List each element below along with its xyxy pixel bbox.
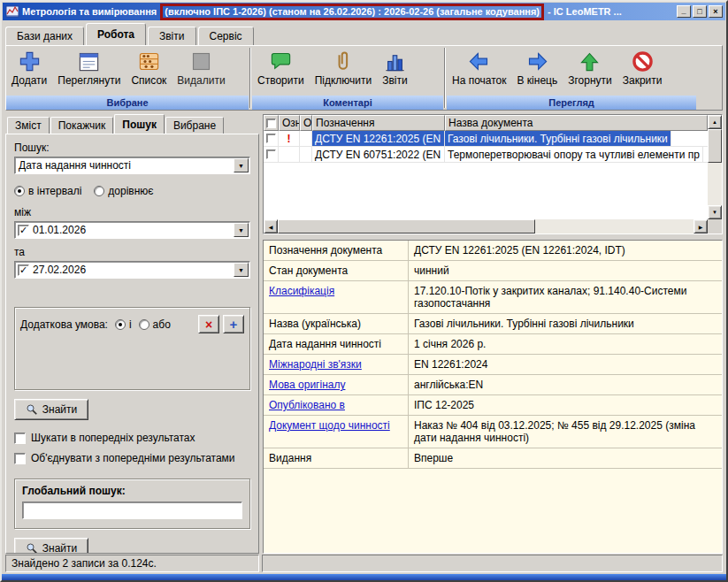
detail-label: Позначення документа: [264, 241, 409, 260]
extra-condition-box: Додаткова умова: і або × +: [14, 307, 250, 390]
toolbar-caption-comments: Коментарі: [252, 96, 443, 110]
scroll-left-button[interactable]: ◀: [264, 219, 278, 234]
result-row-2[interactable]: ДСТУ EN 60751:2022 (EN Термоперетворювач…: [264, 147, 708, 163]
chevron-down-icon[interactable]: ▼: [234, 263, 249, 277]
arrow-up-icon: [578, 50, 602, 73]
header-select-all[interactable]: [264, 115, 279, 131]
results-vertical-scrollbar[interactable]: ▲ ▼: [708, 115, 722, 219]
tab-service[interactable]: Сервіс: [198, 27, 254, 45]
extra-condition-label: Додаткова умова:: [20, 318, 108, 331]
find-button[interactable]: Знайти: [14, 399, 88, 420]
column-header-name[interactable]: Назва документа: [445, 115, 708, 131]
go-first-button[interactable]: На початок: [447, 46, 512, 96]
detail-row: Дата надання чинності 1 січня 2026 р.: [264, 334, 722, 355]
search-previous-label: Шукати в попередніх результатах: [31, 432, 195, 444]
interval-radio[interactable]: [14, 186, 25, 196]
select-all-checkbox[interactable]: [266, 119, 276, 128]
column-header-ozn[interactable]: Озн: [279, 115, 300, 131]
attach-button[interactable]: Підключити: [310, 46, 378, 96]
detail-row: Документ щодо чинності Наказ № 404 від 0…: [264, 416, 722, 448]
add-condition-button[interactable]: +: [223, 315, 244, 333]
results-horizontal-scrollbar[interactable]: ◀ ▶: [264, 219, 708, 234]
date-from-combobox[interactable]: ✓ 01.01.2026 ▼: [14, 221, 250, 239]
row-checkbox[interactable]: [266, 134, 276, 143]
tab-search[interactable]: Пошук: [114, 114, 165, 134]
arrow-down-icon: ▼: [712, 210, 717, 215]
scroll-down-button[interactable]: ▼: [708, 205, 722, 219]
date-from-checkbox[interactable]: ✓: [18, 225, 29, 236]
minimize-button[interactable]: _: [677, 5, 691, 18]
chevron-down-icon[interactable]: ▼: [234, 158, 249, 172]
detail-value: 1 січня 2026 р.: [409, 334, 722, 354]
row-checkbox[interactable]: [266, 149, 276, 159]
tab-work[interactable]: Робота: [86, 23, 146, 45]
tab-databases[interactable]: Бази даних: [5, 27, 84, 45]
arrow-right-icon: ▶: [699, 224, 703, 230]
scrollbar-track[interactable]: [278, 219, 694, 234]
app-icon: [5, 4, 19, 19]
results-empty-area: [264, 163, 708, 219]
detail-row: Видання Вперше: [264, 448, 722, 469]
go-last-button[interactable]: В кінець: [512, 46, 563, 96]
scrollbar-track[interactable]: [708, 129, 722, 205]
published-in-link[interactable]: Опубліковано в: [264, 395, 409, 415]
date-to-checkbox[interactable]: ✓: [18, 264, 29, 276]
tab-reports[interactable]: Звіти: [148, 27, 196, 45]
scrollbar-thumb[interactable]: [278, 219, 535, 234]
tab-contents[interactable]: Зміст: [7, 117, 50, 134]
comment-bubble-icon: [269, 50, 293, 73]
arrow-left-icon: ◀: [269, 224, 273, 230]
and-radio[interactable]: [115, 319, 126, 330]
main-tabbar: Бази даних Робота Звіти Сервіс: [5, 23, 256, 45]
original-language-link[interactable]: Мова оригіналу: [264, 375, 409, 394]
equals-radio[interactable]: [94, 186, 104, 196]
list-button[interactable]: Список: [126, 46, 172, 96]
tab-index[interactable]: Покажчик: [50, 117, 114, 134]
equals-radio-label: дорівнює: [108, 185, 153, 197]
toolbar-separator: [249, 48, 251, 108]
global-find-button[interactable]: Знайти: [14, 538, 88, 554]
column-header-oz[interactable]: Оз: [300, 115, 312, 131]
search-field-combobox[interactable]: Дата надання чинності ▼: [14, 157, 250, 174]
detail-value: чинний: [409, 261, 722, 280]
arrow-up-icon: ▲: [712, 119, 717, 125]
merge-previous-checkbox[interactable]: [14, 453, 26, 464]
column-header-designation[interactable]: Позначення: [312, 115, 445, 131]
scroll-up-button[interactable]: ▲: [708, 115, 722, 129]
collapse-button[interactable]: Згорнути: [563, 46, 617, 96]
comment-reports-button[interactable]: Звіти: [377, 46, 413, 96]
bottom-blue-strip: [2, 574, 726, 580]
view-button[interactable]: Переглянути: [52, 46, 126, 96]
remove-icon: ×: [205, 318, 212, 332]
no-entry-icon: [631, 50, 655, 73]
tab-favorites[interactable]: Вибране: [165, 117, 224, 134]
remove-condition-button[interactable]: ×: [198, 315, 219, 333]
search-previous-checkbox[interactable]: [14, 433, 26, 444]
abacus-icon: [137, 50, 161, 73]
scrollbar-thumb[interactable]: [708, 129, 722, 163]
result-name: Газові лічильники. Турбінні газові лічил…: [445, 131, 671, 146]
or-radio[interactable]: [139, 319, 149, 330]
toolbar-group-view: На початок В кінець Згорнути Закрити Пер…: [447, 46, 696, 110]
global-search-input[interactable]: [22, 502, 242, 519]
classification-link[interactable]: Класифікація: [264, 281, 409, 313]
scroll-right-button[interactable]: ▶: [694, 219, 708, 234]
result-row-1[interactable]: ! ДСТУ EN 12261:2025 (EN Газові лічильни…: [264, 131, 708, 147]
delete-button[interactable]: Видалити: [172, 46, 230, 96]
title-suffix: - IC LeoMETR ...: [545, 6, 622, 17]
chevron-down-icon[interactable]: ▼: [234, 223, 249, 237]
validity-document-link[interactable]: Документ щодо чинності: [264, 416, 409, 448]
window-title: Метрологія та вимірювання (включно ІПС 1…: [22, 4, 677, 20]
add-button[interactable]: Додати: [6, 46, 52, 96]
international-links-link[interactable]: Міжнародні зв'язки: [264, 355, 409, 374]
create-comment-button[interactable]: Створити: [252, 46, 310, 96]
detail-label: Назва (українська): [264, 314, 409, 333]
toolbar-caption-favorites: Вибране: [6, 96, 249, 110]
date-to-combobox[interactable]: ✓ 27.02.2026 ▼: [14, 261, 250, 279]
close-button[interactable]: ×: [709, 5, 723, 18]
close-view-button[interactable]: Закрити: [617, 46, 668, 96]
magnifier-icon: [26, 542, 38, 554]
maximize-button[interactable]: □: [693, 5, 707, 18]
arrow-left-icon: [467, 50, 491, 73]
app-window: Метрологія та вимірювання (включно ІПС 1…: [0, 0, 728, 582]
